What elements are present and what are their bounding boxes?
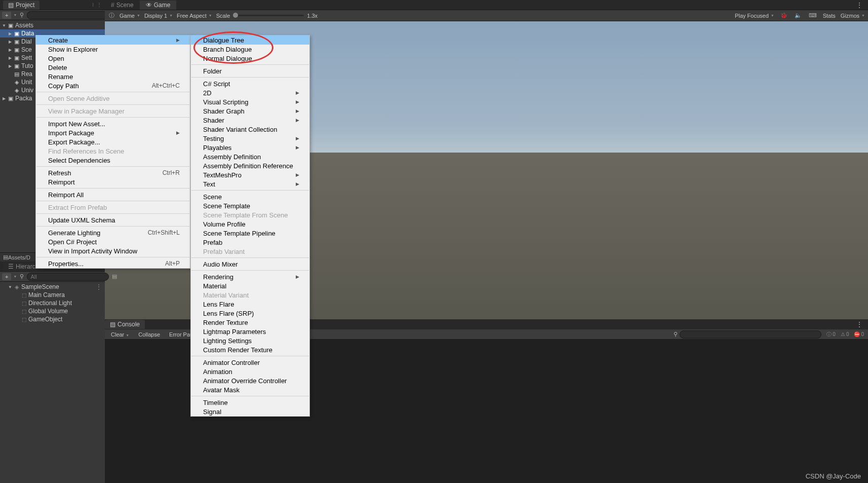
stats-toggle[interactable]: Stats — [823, 13, 836, 19]
menu-item-reimport-all[interactable]: Reimport All — [36, 190, 190, 199]
menu-item-lens-flare[interactable]: Lens Flare — [191, 300, 309, 309]
menu-item-audio-mixer[interactable]: Audio Mixer — [191, 259, 309, 269]
hierarchy-item-gameobject[interactable]: GameObject — [0, 315, 105, 323]
menu-item-view-in-import-activity-window[interactable]: View in Import Activity Window — [36, 246, 190, 255]
menu-item-rename[interactable]: Rename — [36, 72, 190, 81]
menu-item-shader-graph[interactable]: Shader Graph▶ — [191, 106, 309, 116]
menu-item-scene[interactable]: Scene — [191, 192, 309, 201]
aspect-dropdown[interactable]: Free Aspect ▼ — [177, 13, 212, 19]
menu-item-textmeshpro[interactable]: TextMeshPro▶ — [191, 170, 309, 179]
menu-item-animation[interactable]: Animation — [191, 367, 309, 376]
bug-icon[interactable]: 🐞 — [779, 12, 788, 19]
menu-item-material[interactable]: Material — [191, 281, 309, 290]
menu-item-lighting-settings[interactable]: Lighting Settings — [191, 336, 309, 345]
menu-item-create[interactable]: Create▶ — [36, 35, 190, 45]
game-tab[interactable]: 👁 Game — [140, 1, 177, 10]
menu-item-visual-scripting[interactable]: Visual Scripting▶ — [191, 97, 309, 106]
tree-arrow-icon[interactable]: ▶ — [1, 96, 7, 101]
menu-item-import-package[interactable]: Import Package▶ — [36, 128, 190, 137]
chevron-down-icon[interactable]: ▼ — [13, 275, 17, 278]
menu-item-scene-template[interactable]: Scene Template — [191, 201, 309, 210]
menu-item-text[interactable]: Text▶ — [191, 179, 309, 189]
scene-tab[interactable]: # Scene — [105, 1, 140, 10]
menu-item-open-c-project[interactable]: Open C# Project — [36, 237, 190, 246]
kebab-icon[interactable]: ⋮ — [97, 2, 102, 8]
display-dropdown[interactable]: Display 1 ▼ — [144, 13, 173, 19]
menu-item-2d[interactable]: 2D▶ — [191, 88, 309, 97]
console-tab[interactable]: ▤ Console — [105, 320, 145, 329]
menu-item-folder[interactable]: Folder — [191, 66, 309, 76]
menu-item-rendering[interactable]: Rendering▶ — [191, 272, 309, 281]
menu-item-reimport[interactable]: Reimport — [36, 177, 190, 187]
menu-item-assembly-definition[interactable]: Assembly Definition — [191, 152, 309, 161]
info-count[interactable]: ⓘ0 — [824, 331, 838, 338]
add-button[interactable]: + — [2, 273, 11, 280]
menu-item-select-dependencies[interactable]: Select Dependencies — [36, 156, 190, 165]
menu-item-avatar-mask[interactable]: Avatar Mask — [191, 385, 309, 394]
menu-item-assembly-definition-reference[interactable]: Assembly Definition Reference — [191, 161, 309, 170]
menu-item-generate-lighting[interactable]: Generate LightingCtrl+Shift+L — [36, 228, 190, 237]
collapse-button[interactable]: Collapse — [134, 330, 164, 339]
menu-item-render-texture[interactable]: Render Texture — [191, 318, 309, 327]
clear-button[interactable]: Clear ▼ — [107, 330, 133, 339]
menu-item-prefab[interactable]: Prefab — [191, 238, 309, 247]
mute-icon[interactable]: 🔈 — [794, 12, 803, 19]
gizmos-dropdown[interactable]: Gizmos ▼ — [841, 13, 865, 19]
chevron-down-icon[interactable]: ▼ — [13, 13, 17, 17]
project-search-input[interactable] — [27, 11, 109, 19]
menu-item-lightmap-parameters[interactable]: Lightmap Parameters — [191, 327, 309, 336]
project-tab[interactable]: ▤ Project — [3, 1, 40, 10]
kebab-icon[interactable]: ⋮ — [851, 1, 868, 9]
kebab-icon[interactable]: ⋮ — [96, 283, 104, 290]
menu-item-custom-render-texture[interactable]: Custom Render Texture — [191, 345, 309, 354]
menu-item-copy-path[interactable]: Copy PathAlt+Ctrl+C — [36, 81, 190, 90]
menu-item-c-script[interactable]: C# Script — [191, 79, 309, 88]
tree-arrow-icon[interactable]: ▶ — [7, 40, 13, 44]
tree-item-assets[interactable]: ▼▣Assets — [0, 21, 105, 29]
menu-item-volume-profile[interactable]: Volume Profile — [191, 219, 309, 229]
scale-track[interactable] — [233, 15, 304, 16]
menu-item-branch-dialogue[interactable]: Branch Dialogue — [191, 45, 309, 54]
tree-arrow-icon[interactable]: ▼ — [1, 23, 7, 28]
hierarchy-item-global-volume[interactable]: Global Volume — [0, 307, 105, 315]
error-count[interactable]: ⛔0 — [852, 331, 866, 338]
menu-item-shader-variant-collection[interactable]: Shader Variant Collection — [191, 125, 309, 134]
scale-slider[interactable]: Scale 1.3x — [216, 13, 318, 19]
lock-icon[interactable]: ⁝ — [92, 2, 94, 8]
menu-item-refresh[interactable]: RefreshCtrl+R — [36, 168, 190, 177]
menu-item-open[interactable]: Open — [36, 54, 190, 63]
keyboard-icon[interactable]: ⌨ — [808, 12, 818, 19]
menu-item-animator-override-controller[interactable]: Animator Override Controller — [191, 376, 309, 385]
menu-item-lens-flare-srp-[interactable]: Lens Flare (SRP) — [191, 309, 309, 318]
add-button[interactable]: + — [2, 12, 11, 19]
filter-icon[interactable]: ▤ — [111, 273, 118, 280]
hierarchy-search-input[interactable] — [27, 273, 109, 281]
menu-item-dialogue-tree[interactable]: Dialogue Tree — [191, 35, 309, 45]
tree-arrow-icon[interactable]: ▶ — [7, 56, 13, 60]
menu-item-import-new-asset-[interactable]: Import New Asset... — [36, 119, 190, 128]
tree-arrow-icon[interactable]: ▼ — [7, 285, 13, 289]
menu-item-playables[interactable]: Playables▶ — [191, 143, 309, 152]
menu-item-signal[interactable]: Signal — [191, 407, 309, 416]
menu-item-normal-dialogue[interactable]: Normal Dialogue — [191, 54, 309, 63]
console-search-input[interactable] — [680, 330, 821, 339]
menu-item-update-uxml-schema[interactable]: Update UXML Schema — [36, 215, 190, 225]
menu-item-export-package-[interactable]: Export Package... — [36, 137, 190, 146]
kebab-icon[interactable]: ⋮ — [851, 320, 868, 328]
menu-item-show-in-explorer[interactable]: Show in Explorer — [36, 45, 190, 54]
warn-count[interactable]: ⚠0 — [839, 331, 851, 338]
scene-row[interactable]: ▼SampleScene⋮ — [0, 283, 105, 291]
menu-item-properties-[interactable]: Properties...Alt+P — [36, 259, 190, 268]
menu-item-delete[interactable]: Delete — [36, 63, 190, 72]
menu-item-timeline[interactable]: Timeline — [191, 398, 309, 407]
info-icon[interactable]: ⓘ — [108, 12, 115, 19]
tree-arrow-icon[interactable]: ▶ — [7, 31, 13, 36]
menu-item-animator-controller[interactable]: Animator Controller — [191, 358, 309, 367]
menu-item-shader[interactable]: Shader▶ — [191, 116, 309, 125]
tree-arrow-icon[interactable]: ▶ — [7, 64, 13, 68]
menu-item-testing[interactable]: Testing▶ — [191, 134, 309, 143]
hierarchy-item-main-camera[interactable]: Main Camera — [0, 291, 105, 299]
scale-thumb[interactable] — [233, 13, 238, 18]
hierarchy-item-directional-light[interactable]: Directional Light — [0, 299, 105, 307]
game-mode-dropdown[interactable]: Game ▼ — [120, 13, 140, 19]
